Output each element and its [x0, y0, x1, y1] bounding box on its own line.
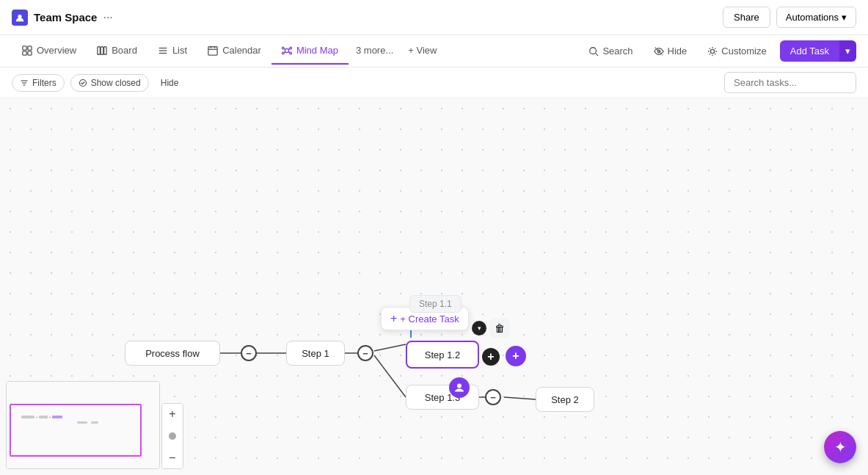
svg-rect-5: [98, 46, 101, 54]
color-circle[interactable]: ▾: [472, 321, 486, 336]
top-bar-right: Share Automations ▾: [723, 7, 856, 28]
svg-point-24: [590, 47, 597, 54]
add-view-button[interactable]: + View: [401, 37, 444, 65]
add-task-button[interactable]: Add Task: [780, 40, 839, 62]
process-flow-label: Process flow: [145, 348, 200, 359]
automations-label: Automations: [786, 12, 839, 23]
hide-label: Hide: [668, 46, 688, 57]
zoom-indicator: [162, 426, 183, 446]
more-tabs-button[interactable]: 3 more...: [349, 37, 401, 65]
show-closed-button[interactable]: Show closed: [70, 74, 149, 92]
search-tasks-input[interactable]: [724, 72, 856, 93]
search-label: Search: [602, 46, 632, 57]
collapse-step1[interactable]: −: [357, 345, 373, 361]
svg-rect-4: [28, 51, 32, 54]
node-step12[interactable]: Step 1.2: [406, 341, 479, 369]
svg-rect-2: [28, 46, 32, 49]
filters-label: Filters: [32, 78, 56, 88]
create-task-plus-icon: +: [390, 312, 397, 325]
tab-calendar-label: Calendar: [222, 45, 261, 56]
collapse-process-flow[interactable]: −: [241, 345, 257, 361]
step1-label: Step 1: [302, 348, 329, 359]
tabs-right: Search Hide Customize Add Task ▾: [581, 40, 856, 62]
svg-line-21: [288, 48, 290, 49]
nav-tabs: Overview Board List Calendar Mind Map 3 …: [0, 35, 868, 68]
chevron-down-icon: ▾: [842, 12, 847, 23]
minimap: [6, 381, 160, 469]
minimap-nodes: [21, 416, 62, 418]
fab-button[interactable]: ✦: [824, 431, 856, 463]
add-child-step12[interactable]: +: [482, 348, 500, 366]
add-sibling-step12[interactable]: +: [506, 346, 526, 366]
node-process-flow[interactable]: Process flow: [125, 341, 220, 366]
tab-overview-label: Overview: [37, 45, 76, 56]
tab-list[interactable]: List: [147, 37, 197, 65]
fab-icon: ✦: [834, 438, 847, 456]
mind-map-canvas: Process flow − Step 1 − + + Create Task …: [0, 98, 868, 475]
customize-button[interactable]: Customize: [700, 41, 773, 61]
tabs-left: Overview Board List Calendar Mind Map 3 …: [12, 37, 444, 65]
tab-mindmap-label: Mind Map: [296, 45, 338, 56]
svg-line-36: [374, 344, 406, 351]
create-task-label: + Create Task: [400, 313, 459, 324]
collapse-step13[interactable]: −: [485, 389, 501, 405]
hide-button[interactable]: Hide: [646, 41, 695, 61]
user-avatar-step13: [449, 377, 470, 398]
svg-line-22: [284, 51, 285, 53]
team-avatar: [12, 10, 28, 26]
filter-bar: Filters Show closed Hide: [0, 68, 868, 98]
search-button[interactable]: Search: [581, 41, 640, 61]
tab-calendar[interactable]: Calendar: [197, 37, 271, 65]
zoom-controls: + −: [161, 403, 183, 469]
automations-button[interactable]: Automations ▾: [776, 7, 856, 28]
svg-line-20: [284, 48, 285, 49]
svg-line-25: [596, 53, 599, 56]
svg-line-40: [504, 397, 536, 399]
svg-rect-7: [104, 46, 107, 54]
tab-board[interactable]: Board: [87, 37, 147, 65]
svg-rect-3: [23, 51, 26, 54]
show-closed-label: Show closed: [91, 78, 141, 88]
add-task-group: Add Task ▾: [780, 40, 856, 62]
node-step1[interactable]: Step 1: [286, 341, 345, 366]
customize-label: Customize: [721, 46, 766, 57]
zoom-out-button[interactable]: −: [162, 448, 183, 468]
zoom-in-button[interactable]: +: [162, 404, 183, 424]
svg-line-23: [288, 51, 290, 53]
tab-list-label: List: [172, 45, 187, 56]
step2-label: Step 2: [551, 394, 579, 405]
tab-overview[interactable]: Overview: [12, 37, 87, 65]
minimap-step13-area: [77, 421, 98, 424]
minimap-inner: [7, 382, 159, 468]
tab-mindmap[interactable]: Mind Map: [271, 37, 349, 65]
node-step2[interactable]: Step 2: [536, 387, 594, 412]
filter-hide-button[interactable]: Hide: [155, 75, 185, 91]
svg-line-37: [374, 355, 406, 397]
filter-bar-left: Filters Show closed Hide: [12, 74, 184, 92]
step11-node[interactable]: Step 1.1: [409, 295, 462, 313]
step11-label: Step 1.1: [419, 299, 452, 309]
tab-board-label: Board: [112, 45, 137, 56]
step12-label: Step 1.2: [425, 349, 460, 360]
share-button[interactable]: Share: [723, 7, 770, 28]
team-space-label: Team Space: [34, 11, 97, 23]
top-bar: Team Space ··· Share Automations ▾: [0, 0, 868, 35]
ellipsis-button[interactable]: ···: [103, 11, 112, 24]
svg-rect-11: [208, 46, 217, 54]
svg-point-28: [711, 49, 715, 53]
svg-rect-6: [101, 46, 103, 54]
add-task-chevron-button[interactable]: ▾: [839, 40, 856, 62]
node-controls: ▾ 🗑: [472, 319, 510, 338]
filters-button[interactable]: Filters: [12, 74, 65, 92]
chevron-down-icon: ▾: [478, 324, 481, 332]
trash-icon-button[interactable]: 🗑: [489, 319, 510, 338]
minimap-viewport: [10, 404, 142, 457]
svg-rect-1: [23, 46, 26, 49]
top-bar-left: Team Space ···: [12, 10, 113, 26]
